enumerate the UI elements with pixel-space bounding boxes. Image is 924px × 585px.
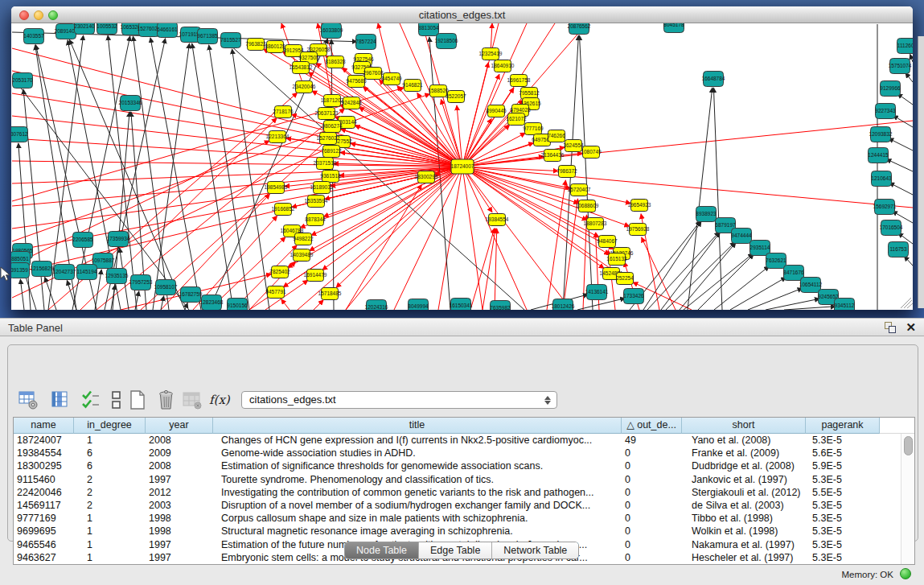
graph-node[interactable]: 17359934 — [107, 232, 130, 247]
tab-edge-table[interactable]: Edge Table — [419, 542, 492, 558]
graph-node[interactable]: 7632621 — [766, 253, 786, 269]
graph-node[interactable]: 9777169 — [523, 123, 544, 135]
graph-node[interactable]: 12093832 — [869, 127, 893, 142]
cell-name[interactable]: 9115460 — [14, 473, 74, 486]
graph-node[interactable]: 1615132 — [606, 253, 627, 266]
graph-node[interactable]: 14039489 — [290, 249, 314, 262]
function-icon[interactable]: f(x) — [209, 393, 230, 407]
graph-node[interactable]: 12213364 — [266, 131, 290, 143]
graph-node[interactable]: 14136141 — [585, 285, 609, 300]
graph-node[interactable]: 16150341 — [450, 299, 473, 311]
trash-icon[interactable] — [156, 389, 177, 410]
select-columns-checklist-icon[interactable] — [80, 389, 101, 410]
graph-node[interactable]: 2206585 — [72, 233, 93, 248]
graph-node[interactable]: 16914479 — [304, 270, 327, 282]
graph-node[interactable]: 9345112 — [835, 299, 855, 311]
graph-node[interactable]: 9806274 — [322, 121, 343, 133]
graph-node[interactable]: 391359 — [11, 263, 30, 278]
cell-title[interactable]: Estimation of significance thresholds fo… — [213, 459, 622, 472]
cell-out_de[interactable]: 0 — [622, 459, 682, 472]
graph-node[interactable]: 9361518 — [320, 171, 341, 183]
column-header-year[interactable]: year — [146, 418, 213, 434]
cell-in_degree[interactable]: 6 — [74, 459, 146, 472]
graph-node[interactable]: 19166852 — [272, 204, 295, 216]
cell-name[interactable]: 9777169 — [14, 512, 74, 525]
graph-node[interactable]: 9146821 — [402, 80, 423, 92]
cell-pagerank[interactable]: 5.6E-5 — [806, 447, 880, 459]
graph-node[interactable]: 16543812 — [290, 62, 313, 74]
table-row[interactable]: 2242004622012Investigating the contribut… — [14, 486, 901, 499]
graph-node[interactable]: 5307612 — [11, 127, 28, 142]
graph-node[interactable]: 23420046 — [293, 81, 316, 93]
cell-pagerank[interactable]: 5.9E-5 — [806, 459, 880, 472]
cell-out_de[interactable]: 0 — [622, 525, 682, 538]
cell-year[interactable]: 2008 — [146, 459, 213, 472]
cell-in_degree[interactable]: 1 — [74, 512, 146, 525]
graph-node[interactable]: 7857224 — [355, 35, 376, 50]
graph-node[interactable]: 8049994 — [408, 299, 429, 311]
new-file-icon[interactable] — [127, 389, 148, 410]
table-scrollbar[interactable] — [901, 434, 914, 564]
cell-name[interactable]: 18724007 — [14, 434, 74, 447]
table-source-dropdown[interactable]: citations_edges.txt — [241, 391, 557, 409]
graph-node[interactable]: 19854985 — [265, 182, 288, 194]
cell-out_de[interactable]: 0 — [622, 512, 682, 525]
window-titlebar[interactable]: citations_edges.txt — [11, 6, 913, 23]
cell-pagerank[interactable]: 5.3E-5 — [806, 499, 880, 512]
cell-title[interactable]: Disruption of a novel member of a sodium… — [213, 499, 622, 512]
cell-out_de[interactable]: 0 — [622, 551, 682, 564]
cell-name[interactable]: 22420046 — [14, 486, 74, 499]
graph-node[interactable]: 15751074 — [889, 59, 912, 74]
table-row[interactable]: 977716911998Corpus callosum shape and si… — [14, 512, 901, 525]
graph-node[interactable]: 15276022 — [317, 133, 340, 145]
graph-node[interactable]: 11871202 — [321, 95, 344, 107]
graph-node[interactable]: 17957253 — [129, 275, 153, 290]
graph-node[interactable]: 16782759 — [179, 287, 203, 303]
cell-title[interactable]: Investigating the contribution of common… — [213, 486, 622, 499]
cell-pagerank[interactable]: 5.3E-5 — [806, 473, 880, 486]
cell-short[interactable]: Franke et al. (2009) — [682, 447, 806, 459]
network-canvas[interactable]: 1872400779638228860128891295423226058932… — [11, 23, 913, 310]
cell-year[interactable]: 1997 — [146, 551, 213, 564]
table-row[interactable]: 1830029562008Estimation of significance … — [14, 459, 901, 472]
cell-short[interactable]: Dudbridge et al. (2008) — [682, 459, 806, 472]
graph-node[interactable]: 7963822 — [245, 39, 266, 51]
column-header-name[interactable]: name — [14, 418, 74, 434]
graph-node[interactable]: 9150156 — [227, 299, 248, 311]
graph-node[interactable]: 1210643 — [871, 171, 892, 187]
cell-in_degree[interactable]: 2 — [74, 473, 146, 486]
cell-in_degree[interactable]: 2 — [74, 486, 146, 499]
cell-year[interactable]: 1997 — [146, 538, 213, 551]
graph-node[interactable]: 2302140 — [74, 23, 95, 35]
graph-node[interactable]: 19384554 — [486, 214, 509, 226]
cell-title[interactable]: Structural magnetic resonance image aver… — [213, 525, 622, 538]
graph-node[interactable]: 16961758 — [507, 75, 531, 87]
cell-name[interactable]: 14569117 — [14, 499, 74, 512]
graph-node[interactable]: 7689122 — [321, 146, 342, 158]
cell-pagerank[interactable]: 5.3E-5 — [806, 512, 880, 525]
cell-pagerank[interactable]: 5.3E-5 — [806, 525, 880, 538]
cell-name[interactable]: 19384554 — [14, 447, 74, 459]
graph-node[interactable]: 252254 — [616, 273, 634, 285]
float-panel-icon[interactable] — [885, 322, 897, 334]
graph-node[interactable]: 7815527 — [220, 33, 241, 48]
graph-node[interactable]: 8938923 — [696, 207, 717, 222]
tab-network-table[interactable]: Network Table — [492, 542, 578, 558]
graph-node[interactable]: 1005532 — [97, 23, 117, 35]
cell-year[interactable]: 2008 — [146, 434, 213, 447]
graph-node[interactable]: 12042737 — [53, 265, 76, 280]
graph-node[interactable]: 8878344 — [305, 214, 326, 226]
cell-out_de[interactable]: 0 — [622, 473, 682, 486]
graph-node[interactable]: 9498222 — [293, 233, 314, 245]
cell-pagerank[interactable]: 5.3E-5 — [806, 434, 880, 447]
column-header-pagerank[interactable]: pagerank — [806, 418, 880, 434]
tab-node-table[interactable]: Node Table — [345, 542, 419, 558]
graph-node[interactable]: 15353594 — [305, 196, 328, 208]
graph-node[interactable]: 18640910 — [491, 60, 515, 72]
close-panel-icon[interactable]: ✕ — [906, 320, 916, 335]
cell-year[interactable]: 1998 — [146, 512, 213, 525]
cell-out_de[interactable]: 0 — [622, 538, 682, 551]
graph-node[interactable]: 8813054 — [418, 23, 439, 36]
graph-node[interactable]: 9457791 — [265, 286, 286, 299]
graph-node[interactable]: 8454749 — [381, 73, 402, 85]
